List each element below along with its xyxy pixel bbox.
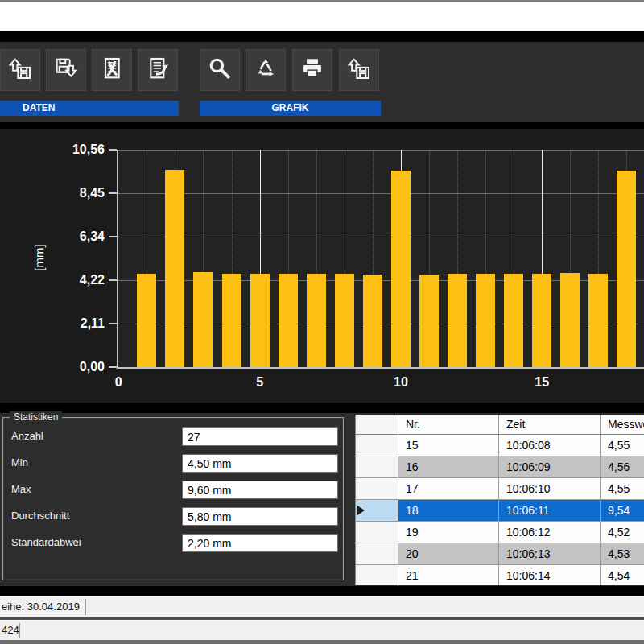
cell-zeit[interactable]: 10:06:12 [499,522,601,543]
chart-bar [560,273,580,367]
floppy-arrow-down-icon [53,56,79,85]
measurement-chart: 0,002,114,226,348,4510,56051015 [mm] [0,129,644,402]
floppy-arrow-up-icon [346,56,372,85]
cell-zeit[interactable]: 10:06:10 [499,478,601,500]
cell-nr[interactable]: 17 [398,478,499,500]
table-row[interactable]: 1810:06:119,54 [356,500,644,522]
divider [0,402,644,413]
cell-nr[interactable]: 21 [398,565,499,585]
h-gridline [118,193,644,194]
row-header-cell[interactable] [356,435,398,456]
h-gridline [118,150,644,151]
cell-messwert[interactable]: 4,56 [601,456,644,478]
cell-messwert[interactable]: 9,54 [601,500,644,522]
print-button[interactable] [292,49,332,91]
table-row[interactable]: 1910:06:124,52 [356,522,644,543]
cell-messwert[interactable]: 4,53 [601,543,644,565]
chart-bar [250,274,270,367]
row-header-cell[interactable] [356,565,398,585]
stat-label-standardabwei: Standardabwei [11,536,81,548]
cell-messwert[interactable]: 4,55 [601,435,644,456]
table-row[interactable]: 1710:06:104,55 [356,478,644,500]
stat-input-standardabwei[interactable] [182,534,338,552]
status-device-text: 424 [2,621,19,640]
chart-bar [193,272,213,367]
row-header-cell[interactable] [356,456,398,478]
chart-bar [307,274,326,367]
cell-nr[interactable]: 19 [398,522,499,543]
cell-nr[interactable]: 20 [398,543,499,565]
current-row-arrow-icon [357,506,365,515]
chart-bar [448,274,467,367]
refresh-button[interactable] [246,49,286,91]
y-axis [117,150,118,369]
chart-bar [588,274,608,367]
cell-nr[interactable]: 16 [398,456,499,478]
export-data-button[interactable] [138,49,178,91]
load-data-button[interactable] [0,49,40,91]
window-bottom-edge [0,640,644,644]
stat-input-min[interactable] [182,454,338,473]
measurement-table[interactable]: Nr.ZeitMesswe1510:06:084,551610:06:094,5… [355,415,644,585]
y-tick-label: 0,00 [56,359,105,375]
chart-bar [391,171,411,367]
cell-zeit[interactable]: 10:06:09 [499,456,601,478]
y-tick-label: 4,22 [56,272,105,288]
status-bar-series: eihe: 30.04.2019 [0,596,644,617]
row-header-cell[interactable] [356,500,398,522]
y-tick-label: 10,56 [56,142,105,158]
y-tick [109,279,117,281]
save-data-button[interactable] [46,49,86,91]
floppy-arrow-up-icon [7,56,33,85]
column-header-nr[interactable]: Nr. [398,415,499,435]
y-tick-label: 8,45 [56,185,105,201]
y-tick [109,149,117,151]
cell-messwert[interactable]: 4,55 [601,478,644,500]
bottom-panel: Statistiken Anzahl Min Max Durchschnitt … [0,413,644,586]
divider [0,586,644,596]
column-header-messwe[interactable]: Messwe [601,415,644,435]
cell-messwert[interactable]: 4,52 [601,522,644,543]
chart-bar [532,274,551,367]
cell-zeit[interactable]: 10:06:14 [499,565,601,585]
stat-input-anzahl[interactable] [182,427,338,446]
status-series-text: eihe: 30.04.2019 [2,597,80,617]
y-tick [109,323,117,324]
cell-nr[interactable]: 18 [398,500,499,522]
printer-icon [299,56,325,85]
row-header-cell[interactable] [356,522,398,543]
h-gridline [118,237,644,237]
table-row[interactable]: 1610:06:094,56 [356,456,644,478]
stat-input-durchschnitt[interactable] [182,507,338,526]
row-header-cell[interactable] [356,543,398,565]
chart-bar [222,274,242,367]
cell-zeit[interactable]: 10:06:11 [499,500,601,522]
cell-nr[interactable]: 15 [398,435,499,456]
divider [0,122,644,129]
cell-messwert[interactable]: 4,54 [601,565,644,585]
chart-bar [363,275,382,367]
document-export-icon [145,56,171,85]
column-header-zeit[interactable]: Zeit [499,415,601,435]
delete-data-button[interactable] [92,49,132,91]
chart-bar [279,274,298,367]
save-graphic-button[interactable] [339,49,379,91]
x-axis [117,367,644,369]
y-axis-title: [mm] [32,232,48,283]
table-row[interactable]: 2010:06:134,53 [356,543,644,565]
menu-bar [0,2,644,31]
row-header-cell[interactable] [356,478,398,500]
app-window: DATEN GRAFIK 0,002,114,226,348,4510,5605… [0,0,644,644]
x-tick-label: 10 [385,375,417,390]
status-separator [85,599,86,615]
x-tick-label: 15 [526,375,558,390]
table-row[interactable]: 2110:06:144,54 [356,565,644,585]
cell-zeit[interactable]: 10:06:13 [499,543,601,565]
zoom-button[interactable] [200,49,240,91]
stat-input-max[interactable] [182,481,338,499]
cell-zeit[interactable]: 10:06:08 [499,435,601,456]
y-tick-label: 6,34 [56,229,105,245]
chart-bar [335,274,354,367]
stat-label-min: Min [11,456,28,469]
table-row[interactable]: 1510:06:084,55 [356,435,644,456]
